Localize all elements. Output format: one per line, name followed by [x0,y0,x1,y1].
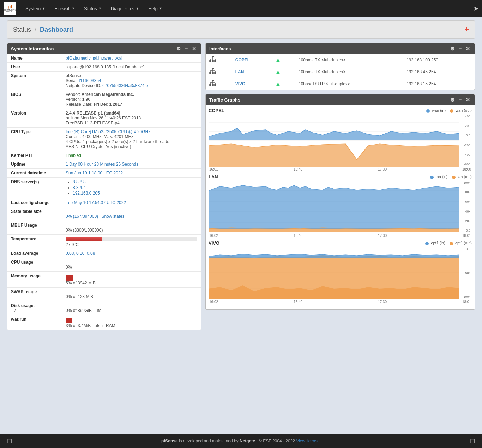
svg-rect-19 [209,84,211,86]
add-widget-button[interactable]: + [464,25,469,34]
temperature-bar [66,237,197,241]
iface-copel[interactable]: COPEL [235,57,250,62]
dashboard-columns: System Information ⚙ − ✕ Name pfGaia.med… [7,43,475,335]
label-varrun: /var/run [7,315,62,330]
footer-left-icon: ☐ [7,438,12,444]
dns-entry: 192.168.0.205 [73,191,197,196]
footer-text-mid: is developed and maintained by [179,438,240,443]
table-row: MBUF Usage 0% (3300/1000000) [7,221,201,235]
network-icon [209,68,216,74]
lan-graph-titlerow: LAN lan (in) lan (out) [209,174,472,179]
minus-icon[interactable]: − [457,97,463,103]
iface-status-cell: ▲ [272,78,295,90]
label-temperature: Temperature [7,235,62,249]
svg-rect-9 [212,68,214,69]
iface-ip-copel: 192.168.100.250 [406,57,438,62]
nav-firewall[interactable]: Firewall ▼ [51,4,78,13]
nav-system[interactable]: System ▼ [22,4,49,13]
label-state-table: State table size [7,207,62,221]
iface-name-cell[interactable]: LAN [232,66,272,78]
legend-dot-in [425,242,429,245]
label-datetime: Current date/time [7,169,62,178]
breadcrumb: Status / Dashboard [13,26,73,33]
nav-status[interactable]: Status ▼ [80,4,105,13]
value-cpu-usage: 0% [62,258,201,272]
iface-ip-cell: 192.168.15.254 [403,78,475,90]
varrun-bar-row [66,318,197,323]
svg-marker-41 [209,185,459,229]
breadcrumb-sep: / [35,26,38,33]
interfaces-title: Interfaces [209,46,231,51]
wrench-icon[interactable]: ⚙ [449,97,456,103]
lan-legend-in: lan (in) [430,174,448,179]
temperature-bar-fill [66,237,102,241]
copel-legend-in: wan (in) [426,108,446,112]
vivo-graph-block: VIVO opt1 (in) opt1 (out) [209,240,472,304]
table-row: User suporte@192.168.0.185 (Local Databa… [7,63,201,72]
legend-dot-out [450,242,453,245]
label-cpu-usage: CPU usage [7,258,62,272]
svg-rect-1 [209,60,211,62]
table-row: CPU Type Intel(R) Core(TM) i3-7350K CPU … [7,128,201,151]
system-info-panel: System Information ⚙ − ✕ Name pfGaia.med… [7,43,201,330]
table-row: Kernel PTI Enabled [7,151,201,160]
iface-ip-cell: 192.168.45.254 [403,66,475,78]
iface-speed-copel: 100baseTX <full-duplex> [299,57,345,62]
table-row: Last config change Tue May 10 17:54:37 U… [7,198,201,207]
col-left: System Information ⚙ − ✕ Name pfGaia.med… [7,43,201,335]
label-cpu-type: CPU Type [7,128,62,151]
close-icon[interactable]: ✕ [191,45,197,52]
brand-logo[interactable]: pf COMMUNITY EDITION [4,2,16,15]
value-cpu-type: Intel(R) Core(TM) i3-7350K CPU @ 4.20GHz… [62,128,201,151]
navbar-right: ➤ [473,5,478,12]
value-varrun: 3% of 3.4MiB - ufs in RAM [62,315,201,330]
value-name: pfGaia.medicinal.intranet.local [62,54,201,63]
table-row: /var/run 3% of 3.4MiB - ufs in RAM [7,315,201,330]
label-version: Version [7,109,62,128]
caret-icon: ▼ [98,7,102,10]
value-mbuf: 0% (3300/1000000) [62,221,201,235]
table-row: Name pfGaia.medicinal.intranet.local [7,54,201,63]
minus-icon[interactable]: − [183,45,189,52]
close-icon[interactable]: ✕ [465,45,471,52]
label-dns: DNS server(s) [7,178,62,198]
footer-license-link[interactable]: View license. [296,438,321,443]
system-info-title: System Information [11,46,54,51]
footer-center: pfSense is developed and maintained by N… [12,438,470,443]
value-bios: Vendor: American Megatrends Inc. Version… [62,90,201,109]
table-row: Current date/time Sun Jun 19 1:18:00 UTC… [7,169,201,178]
nav-diagnostics[interactable]: Diagnostics ▼ [107,4,143,13]
iface-icon-cell [206,78,232,90]
col-right: Interfaces ⚙ − ✕ [205,43,475,314]
value-uptime: 1 Day 00 Hour 28 Minutes 26 Seconds [62,160,201,169]
status-up-icon: ▲ [275,57,281,63]
iface-name-cell[interactable]: VIVO [232,78,272,90]
iface-vivo[interactable]: VIVO [235,81,246,86]
copel-legend-out: wan (out) [450,108,472,112]
wrench-icon[interactable]: ⚙ [449,45,456,52]
memory-usage-row [66,275,197,281]
iface-icon-cell [206,66,232,78]
value-user: suporte@192.168.0.185 (Local Database) [62,63,201,72]
minus-icon[interactable]: − [457,45,463,52]
value-state-table: 0% (167/394000) Show states [62,207,201,221]
logo-box: pf COMMUNITY EDITION [4,2,16,15]
table-row: Memory usage 5% of 3942 MiB [7,272,201,288]
nav-help[interactable]: Help ▼ [145,4,166,13]
iface-name-cell[interactable]: COPEL [232,54,272,66]
close-icon[interactable]: ✕ [465,97,471,103]
iface-speed-lan: 100baseTX <full-duplex> [299,69,345,74]
iface-lan[interactable]: LAN [235,69,244,74]
exit-icon[interactable]: ➤ [473,5,478,12]
value-datetime: Sun Jun 19 1:18:00 UTC 2022 [62,169,201,178]
wrench-icon[interactable]: ⚙ [175,45,182,52]
status-up-icon: ▲ [275,69,281,75]
table-row: VIVO ▲ 10baseT/UTP <full-duplex> 192.168… [206,78,475,90]
caret-icon: ▼ [136,7,139,10]
traffic-graphs-panel: Traffic Graphs ⚙ − ✕ COPEL [205,94,475,310]
vivo-legend-out: opt1 (out) [450,241,472,245]
value-dns: 8.8.8.8 8.8.4.4 192.168.0.205 [62,178,201,198]
svg-rect-3 [214,60,216,62]
label-swap: SWAP usage [7,288,62,301]
graphs-container: COPEL wan (in) wan (out) [206,105,475,309]
